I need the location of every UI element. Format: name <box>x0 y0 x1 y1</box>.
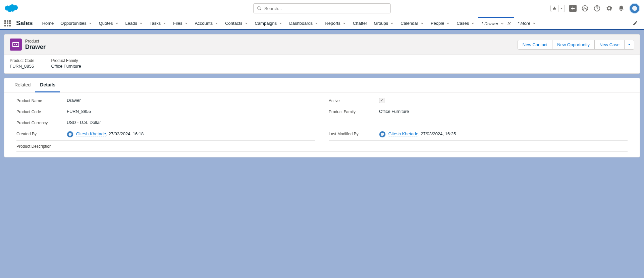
highlight-value-code: FURN_8855 <box>10 64 34 69</box>
nav-item-label: Calendar <box>400 21 418 26</box>
nav-item-tasks[interactable]: Tasks <box>146 17 170 29</box>
trailhead-button[interactable] <box>581 4 589 12</box>
chevron-down-icon <box>315 21 318 25</box>
record-name: Drawer <box>25 44 46 51</box>
nav-item-label: Accounts <box>195 21 213 26</box>
field-label-modified-by: Last Modified By <box>329 131 379 136</box>
nav-item-files[interactable]: Files <box>170 17 191 29</box>
avatar <box>67 131 73 138</box>
search-input[interactable] <box>264 6 387 11</box>
field-label-active: Active <box>329 98 379 103</box>
chevron-down-icon <box>342 21 346 25</box>
nav-item-people[interactable]: People <box>427 17 453 29</box>
nav-item-calendar[interactable]: Calendar <box>397 17 427 29</box>
nav-item-quotes[interactable]: Quotes <box>96 17 122 29</box>
tab-related[interactable]: Related <box>10 78 35 92</box>
highlight-label-family: Product Family <box>51 58 81 63</box>
chevron-down-icon <box>390 21 394 25</box>
new-contact-button[interactable]: New Contact <box>518 40 552 50</box>
more-actions-button[interactable] <box>624 40 634 50</box>
chevron-down-icon <box>89 21 92 25</box>
edit-nav-button[interactable] <box>629 17 641 29</box>
nav-item-label: Quotes <box>99 21 113 26</box>
created-by-user-link[interactable]: Gitesh Khetade <box>76 131 106 136</box>
new-opportunity-button[interactable]: New Opportunity <box>552 40 595 50</box>
chevron-down-icon <box>420 21 424 25</box>
app-launcher[interactable] <box>0 17 15 29</box>
pencil-icon <box>633 20 638 26</box>
nav-item-campaigns[interactable]: Campaigns <box>252 17 286 29</box>
tab-details[interactable]: Details <box>35 78 60 92</box>
chevron-down-icon <box>115 21 119 25</box>
avatar <box>379 131 386 138</box>
nav-item-label: Dashboards <box>289 21 313 26</box>
user-avatar[interactable] <box>629 3 640 14</box>
star-icon <box>552 6 557 11</box>
chevron-down-icon <box>279 21 282 25</box>
trailhead-icon <box>582 5 588 12</box>
svg-line-1 <box>260 9 261 10</box>
nav-item-label: Home <box>42 21 54 26</box>
favorites-split-button[interactable] <box>550 5 565 12</box>
nav-item-leads[interactable]: Leads <box>122 17 146 29</box>
global-actions-button[interactable] <box>569 4 577 12</box>
chevron-down-icon <box>500 22 504 25</box>
nav-tab-drawer[interactable]: * Drawer✕ <box>478 17 514 29</box>
active-checkbox-checked <box>379 98 384 103</box>
modified-by-user-link[interactable]: Gitesh Khetade <box>388 131 419 136</box>
new-case-button[interactable]: New Case <box>594 40 625 50</box>
waffle-icon <box>4 20 11 26</box>
highlight-value-family: Office Furniture <box>51 64 81 69</box>
nav-item-label: Contacts <box>225 21 242 26</box>
chevron-down-icon <box>532 21 536 25</box>
modified-by-timestamp: , 27/03/2024, 16:25 <box>418 131 456 136</box>
field-value-product-family: Office Furniture <box>379 109 628 114</box>
product-icon <box>10 39 22 51</box>
field-value-product-name: Drawer <box>67 98 315 103</box>
close-tab-button[interactable]: ✕ <box>507 21 511 26</box>
gear-icon <box>606 5 612 12</box>
nav-item-contacts[interactable]: Contacts <box>222 17 251 29</box>
nav-item-reports[interactable]: Reports <box>322 17 350 29</box>
nav-item-opportunities[interactable]: Opportunities <box>57 17 95 29</box>
chevron-down-icon <box>471 21 475 25</box>
nav-item-groups[interactable]: Groups <box>371 17 397 29</box>
chevron-down-icon <box>446 21 450 25</box>
bell-icon <box>618 5 625 12</box>
field-label-description: Product Description <box>16 143 67 149</box>
nav-item-dashboards[interactable]: Dashboards <box>286 17 322 29</box>
nav-more[interactable]: * More <box>514 17 539 29</box>
nav-item-home[interactable]: Home <box>39 17 57 29</box>
nav-item-cases[interactable]: Cases <box>453 17 478 29</box>
nav-item-label: Leads <box>125 21 137 26</box>
help-icon <box>594 5 600 12</box>
field-value-product-currency: USD - U.S. Dollar <box>67 120 315 125</box>
plus-icon <box>569 5 577 12</box>
chevron-down-icon <box>163 21 166 25</box>
nav-more-label: * More <box>518 21 530 26</box>
help-button[interactable] <box>593 4 601 12</box>
highlight-label-code: Product Code <box>10 58 34 63</box>
field-label-product-currency: Product Currency <box>16 120 67 125</box>
nav-item-label: Files <box>173 21 182 26</box>
chevron-down-icon <box>245 21 248 25</box>
global-search[interactable] <box>253 3 391 13</box>
chevron-down-icon <box>215 21 218 25</box>
chevron-down-icon <box>139 21 143 25</box>
nav-item-label: Opportunities <box>60 21 86 26</box>
chevron-down-icon <box>627 43 631 47</box>
svg-point-5 <box>597 10 597 10</box>
record-type: Product <box>25 39 46 44</box>
field-label-product-family: Product Family <box>329 109 379 114</box>
salesforce-logo[interactable] <box>4 3 19 13</box>
chevron-down-icon <box>560 7 563 10</box>
nav-item-label: Tasks <box>150 21 161 26</box>
search-icon <box>257 6 262 11</box>
nav-item-accounts[interactable]: Accounts <box>192 17 222 29</box>
nav-item-label: Cases <box>457 21 469 26</box>
setup-button[interactable] <box>605 4 613 12</box>
nav-item-label: Campaigns <box>255 21 277 26</box>
svg-point-0 <box>258 7 260 9</box>
nav-item-chatter[interactable]: Chatter <box>350 17 371 29</box>
notifications-button[interactable] <box>617 4 625 12</box>
